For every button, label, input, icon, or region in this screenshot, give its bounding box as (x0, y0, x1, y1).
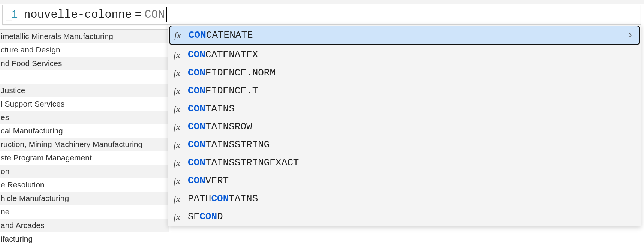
autocomplete-item-label: CONTAINSSTRING (188, 139, 635, 150)
line-number-gutter: _ 1 (3, 8, 21, 21)
table-row[interactable]: Justice (0, 84, 169, 97)
function-icon: fx (174, 194, 188, 204)
table-row[interactable]: l Support Services (0, 97, 169, 111)
function-icon: fx (174, 30, 189, 40)
autocomplete-item-label: CONFIDENCE.T (188, 85, 635, 96)
function-icon: fx (174, 50, 188, 60)
autocomplete-item[interactable]: fxCONVERT (168, 172, 641, 190)
function-icon: fx (174, 122, 188, 132)
table-row[interactable]: ste Program Management (0, 151, 169, 165)
autocomplete-item[interactable]: fxPATHCONTAINS (168, 190, 641, 208)
autocomplete-item-label: PATHCONTAINS (188, 193, 635, 204)
function-icon: fx (174, 140, 188, 150)
table-row[interactable]: es (0, 111, 169, 124)
function-icon: fx (174, 212, 188, 222)
table-row[interactable]: ifacturing (0, 232, 169, 243)
autocomplete-item-label: CONVERT (188, 175, 635, 186)
function-icon: fx (174, 86, 188, 96)
autocomplete-item-label: CONCATENATEX (188, 49, 635, 60)
autocomplete-item[interactable]: fxCONTAINS (168, 100, 641, 118)
line-marker: _ (6, 12, 12, 22)
autocomplete-item[interactable]: fxCONTAINSSTRINGEXACT (168, 154, 641, 172)
autocomplete-item[interactable]: fxCONFIDENCE.NORM (168, 64, 641, 82)
formula-typed-text: CON (144, 8, 165, 21)
table-row[interactable]: on (0, 165, 169, 178)
autocomplete-item-label: CONCATENATE (189, 30, 627, 41)
autocomplete-item[interactable]: fxCONCATENATE› (169, 26, 640, 45)
autocomplete-item-label: CONTAINS (188, 103, 635, 114)
autocomplete-item[interactable]: fxSECOND (168, 208, 641, 226)
background-data-column: imetallic Minerals Manufacturingcture an… (0, 29, 169, 243)
autocomplete-item[interactable]: fxCONFIDENCE.T (168, 82, 641, 100)
autocomplete-item[interactable]: fxCONTAINSROW (168, 118, 641, 136)
window-top-strip (0, 0, 644, 4)
function-icon: fx (174, 104, 188, 114)
table-row[interactable] (0, 70, 169, 84)
table-row[interactable]: and Arcades (0, 219, 169, 232)
chevron-right-icon: › (627, 30, 635, 41)
text-caret (166, 8, 167, 22)
table-row[interactable]: ruction, Mining Machinery Manufacturing (0, 138, 169, 151)
autocomplete-item-label: CONFIDENCE.NORM (188, 67, 635, 78)
table-row[interactable]: cture and Design (0, 43, 169, 57)
autocomplete-item-label: CONTAINSSTRINGEXACT (188, 157, 635, 168)
line-number: 1 (11, 8, 18, 21)
table-row[interactable]: imetallic Minerals Manufacturing (0, 30, 169, 43)
formula-equals: = (132, 8, 144, 21)
function-icon: fx (174, 176, 188, 186)
table-row[interactable]: hicle Manufacturing (0, 192, 169, 205)
dax-formula-bar[interactable]: _ 1 nouvelle-colonne = CON (2, 4, 640, 25)
table-row[interactable]: cal Manufacturing (0, 124, 169, 138)
table-row[interactable]: e Resolution (0, 178, 169, 192)
function-icon: fx (174, 158, 188, 168)
autocomplete-item[interactable]: fxCONCATENATEX (168, 46, 641, 64)
autocomplete-item-label: SECOND (188, 211, 635, 222)
autocomplete-item[interactable]: fxCONTAINSSTRING (168, 136, 641, 154)
table-row[interactable]: nd Food Services (0, 57, 169, 70)
table-row[interactable]: ne (0, 205, 169, 219)
formula-column-name: nouvelle-colonne (24, 8, 132, 21)
autocomplete-item-label: CONTAINSROW (188, 121, 635, 132)
function-icon: fx (174, 68, 188, 78)
formula-text[interactable]: nouvelle-colonne = CON (21, 8, 166, 22)
dax-autocomplete-popup[interactable]: fxCONCATENATE›fxCONCATENATEXfxCONFIDENCE… (168, 24, 641, 226)
